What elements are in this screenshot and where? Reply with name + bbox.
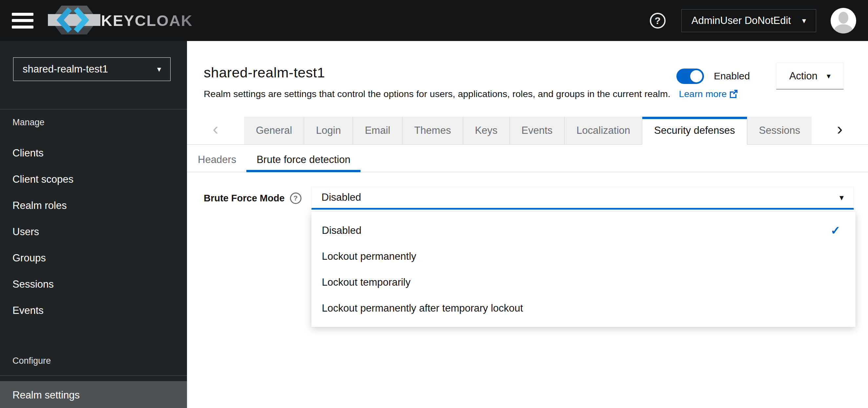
select-option[interactable]: Lockout permanently after temporary lock…	[311, 295, 856, 321]
sidebar-item[interactable]: Groups	[0, 245, 187, 271]
tab-label: Security defenses	[654, 125, 735, 136]
brute-force-mode-select[interactable]: Disabled ▾	[311, 187, 854, 210]
sidebar-section-title: Configure	[0, 356, 187, 366]
angle-left-icon: ‹	[213, 120, 218, 137]
page-description-text: Realm settings are settings that control…	[204, 89, 671, 99]
caret-down-icon: ▾	[157, 65, 161, 74]
subtab[interactable]: Brute force detection	[246, 147, 361, 172]
tab[interactable]: Themes	[402, 117, 463, 145]
brute-force-mode-row: Brute Force Mode ? Disabled ▾ Disabled	[204, 187, 854, 210]
sidebar-section-configure: Configure Realm settings	[0, 356, 187, 408]
tab-label: Localization	[577, 125, 630, 136]
tab-label: General	[256, 125, 292, 136]
tab[interactable]: Events	[509, 117, 564, 145]
caret-down-icon: ▾	[827, 71, 831, 81]
learn-more-link[interactable]: Learn more	[679, 89, 738, 99]
tab-label: Keys	[475, 125, 498, 136]
subtab-label: Brute force detection	[256, 154, 350, 166]
sidebar-item-label: Realm settings	[12, 389, 80, 401]
check-icon: ✓	[831, 224, 845, 238]
tab[interactable]: Localization	[564, 117, 642, 145]
tabs-scroll-right-button[interactable]: ›	[812, 117, 868, 145]
brute-force-mode-label: Brute Force Mode ?	[204, 187, 311, 210]
keycloak-logo[interactable]: KEYCLOAK	[48, 3, 193, 38]
avatar[interactable]	[831, 8, 856, 33]
sidebar-item-label: Clients	[12, 147, 43, 159]
keycloak-admin-console: KEYCLOAK ? AdminUser DoNotEdit ▾ shared-…	[0, 0, 868, 408]
tab[interactable]: Login	[304, 117, 353, 145]
sidebar-divider	[0, 375, 187, 376]
enabled-toggle-label: Enabled	[714, 70, 750, 82]
sidebar-section-title: Manage	[0, 118, 187, 128]
sidebar-nav-list: Realm settings	[0, 381, 187, 408]
help-icon[interactable]: ?	[650, 13, 665, 29]
tab-label: Email	[365, 125, 391, 136]
tab[interactable]: Keys	[463, 117, 509, 145]
tab[interactable]: Sessions	[747, 117, 812, 145]
tab-list: General Login Email Themes Keys Events	[244, 117, 812, 145]
header-controls: Enabled Action ▾	[676, 63, 844, 90]
page-description: Realm settings are settings that control…	[204, 89, 854, 100]
keycloak-logo-icon	[48, 3, 100, 38]
subtab-label: Headers	[198, 154, 236, 166]
tabs-row: ‹ General Login Email Themes Keys	[187, 117, 868, 145]
realm-selector[interactable]: shared-realm-test1 ▾	[13, 57, 170, 81]
option-label: Disabled	[322, 225, 362, 237]
tab-label: Events	[522, 125, 553, 136]
subtab-list: Headers Brute force detection	[187, 147, 868, 172]
main-content: shared-realm-test1 Realm settings are se…	[187, 41, 868, 408]
user-menu-label: AdminUser DoNotEdit	[691, 15, 791, 27]
angle-right-icon: ›	[837, 120, 842, 137]
caret-down-icon: ▾	[839, 192, 844, 203]
select-option[interactable]: Disabled ✓	[311, 217, 856, 243]
sidebar-item[interactable]: Realm roles	[0, 192, 187, 219]
tab[interactable]: Email	[353, 117, 402, 145]
select-value: Disabled	[321, 192, 361, 203]
form-area: Brute Force Mode ? Disabled ▾ Disabled	[187, 172, 868, 210]
enabled-toggle[interactable]	[676, 68, 704, 84]
sidebar-item-label: Events	[12, 305, 43, 316]
menu-icon[interactable]	[12, 13, 33, 29]
sidebar: shared-realm-test1 ▾ Manage Clients Clie…	[0, 41, 187, 408]
sidebar-item-label: Groups	[12, 252, 46, 264]
action-menu-button[interactable]: Action ▾	[776, 63, 844, 90]
sidebar-item-label: Client scopes	[12, 174, 73, 185]
sidebar-nav-list: Clients Client scopes Realm roles Users …	[0, 140, 187, 324]
sidebar-section-manage: Manage Clients Client scopes Realm roles…	[0, 118, 187, 324]
brute-force-mode-select-wrapper: Disabled ▾ Disabled ✓ Lockout permanentl…	[311, 187, 854, 210]
sidebar-item[interactable]: Client scopes	[0, 166, 187, 192]
tab-label: Sessions	[759, 125, 800, 136]
sidebar-item-label: Realm roles	[12, 200, 67, 212]
caret-down-icon: ▾	[802, 16, 806, 25]
tab-label: Themes	[414, 125, 451, 136]
option-label: Lockout temporarily	[322, 277, 411, 288]
option-label: Lockout permanently	[322, 251, 416, 262]
help-icon[interactable]: ?	[290, 192, 302, 204]
user-menu-button[interactable]: AdminUser DoNotEdit ▾	[681, 9, 816, 32]
tab[interactable]: General	[244, 117, 304, 145]
external-link-icon	[729, 89, 738, 100]
tab[interactable]: Security defenses	[642, 117, 747, 145]
option-label: Lockout permanently after temporary lock…	[322, 303, 523, 314]
sidebar-item[interactable]: Sessions	[0, 271, 187, 297]
sidebar-item-label: Sessions	[12, 278, 54, 290]
brute-force-mode-menu: Disabled ✓ Lockout permanently ✓ Lockout…	[311, 212, 856, 327]
page-header: shared-realm-test1 Realm settings are se…	[187, 41, 868, 100]
sidebar-divider	[0, 109, 187, 109]
subtab[interactable]: Headers	[188, 147, 246, 172]
tabs-scroll-left-button[interactable]: ‹	[187, 117, 244, 145]
masthead: KEYCLOAK ? AdminUser DoNotEdit ▾	[0, 0, 868, 41]
sidebar-item[interactable]: Clients	[0, 140, 187, 166]
realm-selector-label: shared-realm-test1	[23, 63, 108, 75]
tab-label: Login	[316, 125, 341, 136]
sidebar-item-label: Users	[12, 226, 39, 238]
sidebar-item[interactable]: Users	[0, 219, 187, 245]
sidebar-item[interactable]: Events	[0, 297, 187, 324]
select-option[interactable]: Lockout temporarily ✓	[311, 269, 856, 295]
brand-text: KEYCLOAK	[101, 11, 193, 30]
masthead-toolbar: ? AdminUser DoNotEdit ▾	[650, 8, 856, 33]
select-option[interactable]: Lockout permanently ✓	[311, 243, 856, 269]
sidebar-item[interactable]: Realm settings	[0, 381, 187, 408]
